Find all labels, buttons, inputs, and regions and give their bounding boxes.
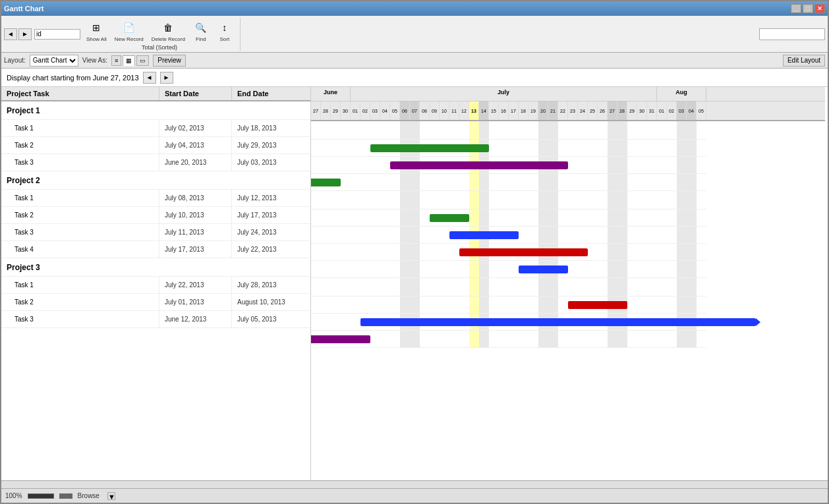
date-bar: Display chart starting from June 27, 201…	[1, 69, 828, 87]
day-bg-6	[370, 278, 380, 296]
minimize-button[interactable]: _	[791, 4, 801, 13]
day-bg-34	[647, 174, 657, 190]
day-bg-19	[499, 140, 509, 156]
day-bg-30	[608, 331, 617, 347]
day-bg-26	[568, 261, 578, 277]
find-button[interactable]: 🔍 Find	[190, 18, 212, 44]
view-table-button[interactable]: ▦	[123, 55, 135, 66]
day-label-39: 05	[697, 101, 706, 120]
gantt-panel[interactable]: JuneJulyAug 2728293001020304050607080910…	[311, 87, 828, 480]
day-bg-33	[637, 140, 647, 156]
day-bg-1	[321, 261, 331, 277]
day-bg-5	[360, 121, 370, 139]
search-input[interactable]	[759, 28, 825, 40]
status-bar-indicator	[28, 493, 54, 499]
day-bg-38	[687, 278, 697, 296]
task-start-2-1: July 01, 2013	[159, 294, 232, 310]
day-bg-38	[687, 191, 697, 209]
scrollbar[interactable]	[1, 480, 828, 488]
day-bg-14	[449, 261, 459, 277]
edit-layout-button[interactable]: Edit Layout	[783, 55, 825, 67]
close-button[interactable]: ✕	[815, 4, 825, 13]
layout-select[interactable]: Gantt Chart	[30, 55, 78, 67]
day-bg-11	[420, 174, 430, 190]
view-form-button[interactable]: ▭	[136, 55, 149, 66]
day-bg-24	[548, 140, 558, 156]
day-bg-35	[657, 261, 667, 277]
sort-button[interactable]: ↕ Sort	[214, 18, 236, 44]
nav-next-button[interactable]: ►	[18, 28, 32, 40]
view-list-button[interactable]: ≡	[111, 55, 121, 66]
task-row-1-0: Task 1July 08, 2013July 12, 2013	[1, 190, 310, 207]
day-bg-3	[341, 210, 351, 226]
day-label-29: 26	[598, 101, 608, 120]
day-bg-37	[677, 174, 687, 190]
day-bg-7	[380, 296, 390, 313]
day-bg-39	[697, 244, 706, 260]
day-bg-39	[697, 121, 706, 139]
show-all-button[interactable]: ⊞ Show All	[83, 18, 110, 44]
day-bg-37	[677, 210, 687, 226]
day-bg-1	[321, 314, 331, 330]
day-labels: 2728293001020304050607080910111213141516…	[311, 101, 825, 120]
day-bg-33	[637, 244, 647, 260]
gantt-bar-0-0	[370, 144, 489, 152]
day-bg-38	[687, 227, 697, 243]
day-bg-7	[380, 210, 390, 226]
task-start-1-1: July 10, 2013	[159, 207, 232, 223]
day-bg-33	[637, 121, 647, 139]
day-bg-2	[331, 210, 341, 226]
day-bg-26	[568, 157, 578, 173]
gantt-task-row-1-3	[311, 261, 706, 278]
day-label-23: 20	[538, 101, 548, 120]
gantt-project-row-1	[311, 191, 706, 210]
day-bg-25	[558, 227, 568, 243]
day-bg-39	[697, 210, 706, 226]
date-display-text: Display chart starting from June 27, 201…	[7, 74, 139, 82]
day-bg-16	[469, 278, 479, 296]
gantt-bar-2-1	[360, 318, 756, 326]
day-bg-6	[370, 121, 380, 139]
delete-record-button[interactable]: 🗑 Delete Record	[148, 18, 188, 44]
day-label-6: 03	[370, 101, 380, 120]
day-bg-37	[677, 331, 687, 347]
day-bg-32	[627, 210, 637, 226]
day-bg-18	[489, 331, 499, 347]
day-bg-2	[331, 227, 341, 243]
day-bg-0	[311, 278, 321, 296]
day-bg-9	[400, 331, 410, 347]
preview-button[interactable]: Preview	[153, 55, 186, 67]
month-labels: JuneJulyAug	[311, 87, 825, 101]
day-label-2: 29	[331, 101, 341, 120]
left-rows: Project 1Task 1July 02, 2013July 18, 201…	[1, 101, 310, 328]
day-label-17: 14	[479, 101, 489, 120]
maximize-button[interactable]: □	[803, 4, 813, 13]
day-bg-27	[578, 331, 588, 347]
task-start-1-0: July 08, 2013	[159, 190, 232, 206]
date-next-button[interactable]: ►	[160, 72, 173, 84]
records-label: Total (Sorted)	[142, 44, 177, 51]
day-bg-6	[370, 210, 380, 226]
records-input[interactable]	[34, 29, 80, 40]
day-bg-18	[489, 191, 499, 209]
day-bg-38	[687, 296, 697, 313]
task-end-1-2: July 24, 2013	[232, 224, 304, 240]
day-label-7: 04	[380, 101, 390, 120]
day-bg-36	[667, 261, 677, 277]
day-bg-35	[657, 191, 667, 209]
date-prev-button[interactable]: ◄	[143, 72, 156, 84]
day-bg-0	[311, 227, 321, 243]
day-bg-10	[410, 331, 420, 347]
status-dropdown[interactable]: ▼	[107, 492, 115, 500]
nav-prev-button[interactable]: ◄	[4, 28, 17, 40]
day-bg-37	[677, 296, 687, 313]
day-bg-18	[489, 296, 499, 313]
day-bg-28	[588, 331, 598, 347]
task-row-2-1: Task 2July 01, 2013August 10, 2013	[1, 294, 310, 311]
new-record-button[interactable]: 📄 New Record	[111, 18, 147, 44]
day-bg-33	[637, 296, 647, 313]
day-label-33: 30	[637, 101, 647, 120]
day-bg-4	[351, 121, 360, 139]
day-bg-37	[677, 191, 687, 209]
day-bg-2	[331, 121, 341, 139]
